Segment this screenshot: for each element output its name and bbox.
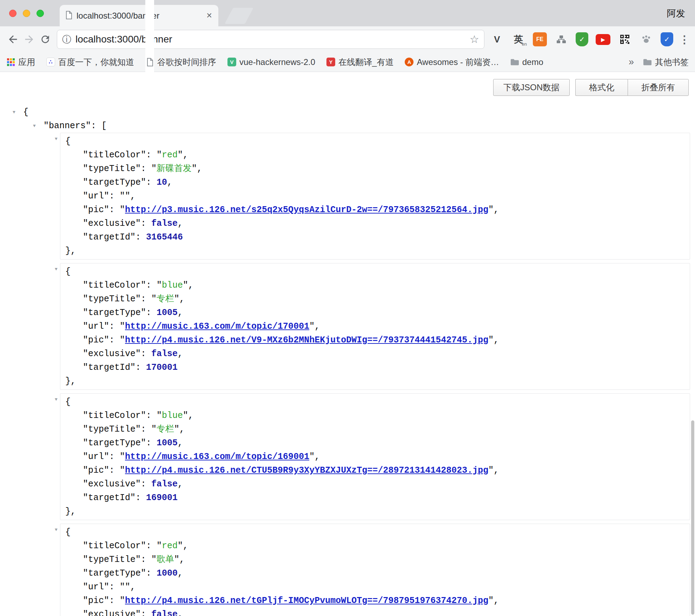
json-field-line: "targetType": 1005,	[60, 436, 690, 450]
json-field-line: "exclusive": false,	[60, 347, 690, 361]
json-url-link[interactable]: http://p3.music.126.net/s25q2x5QyqsAzilC…	[125, 205, 488, 215]
json-url-link[interactable]: http://music.163.com/m/topic/169001	[125, 452, 309, 462]
json-field-line: "targetId": 169001	[60, 491, 690, 505]
vue-icon: V	[227, 58, 236, 66]
json-root-line: ▼{	[13, 105, 690, 119]
browser-menu-icon[interactable]: ⋮	[679, 31, 690, 47]
close-window-button[interactable]	[9, 9, 16, 17]
blue-shield-extension-icon[interactable]: ✓	[661, 32, 673, 46]
json-field-line: "titleColor": "blue",	[60, 278, 690, 292]
json-line: {	[60, 525, 690, 539]
json-line: },	[60, 374, 690, 388]
json-url-link[interactable]: http://music.163.com/m/topic/170001	[125, 321, 309, 332]
json-field-line: "titleColor": "red",	[60, 539, 690, 553]
tab-strip: localhost:3000/banner × 阿发	[0, 0, 695, 26]
bookmarks-right: » 其他书签	[629, 57, 689, 68]
new-tab-button[interactable]	[225, 8, 253, 24]
bookmark-label: Awesomes - 前端资…	[417, 57, 499, 68]
browser-tab[interactable]: localhost:3000/banner ×	[60, 5, 218, 26]
json-field-line: "targetId": 3165446	[60, 230, 690, 244]
json-field-line: "url": "http://music.163.com/m/topic/170…	[60, 320, 690, 333]
scrollbar[interactable]	[691, 420, 694, 615]
browser-window: localhost:3000/banner × 阿发 ⓘ localhost:3…	[0, 0, 695, 616]
json-field-line: "pic": "http://p4.music.126.net/CTU5B9R9…	[60, 464, 690, 477]
collapse-toggle-icon[interactable]: ▼	[55, 527, 65, 532]
json-field-line: "typeTitle": "歌单",	[60, 553, 690, 566]
json-field-line: "typeTitle": "专栏",	[60, 422, 690, 436]
json-field-line: "exclusive": false,	[60, 217, 690, 230]
json-actions: 下载JSON数据 格式化 折叠所有	[493, 79, 689, 96]
json-field-line: "exclusive": false,	[60, 477, 690, 491]
collapse-toggle-icon[interactable]: ▼	[55, 397, 65, 402]
translate-extension-icon[interactable]: 英en	[511, 32, 525, 46]
page-content: 下载JSON数据 格式化 折叠所有 ▼{▼"banners": [▼{"titl…	[0, 72, 695, 616]
bookmark-label: demo	[522, 57, 543, 67]
json-field-line: "typeTitle": "专栏",	[60, 292, 690, 306]
format-button[interactable]: 格式化	[575, 79, 628, 96]
json-field-line: "targetType": 10,	[60, 176, 690, 189]
json-field-line: "targetType": 1000,	[60, 566, 690, 580]
v-extension-icon[interactable]: V	[490, 32, 504, 46]
json-field-line: "exclusive": false,	[60, 608, 690, 616]
format-collapse-group: 格式化 折叠所有	[575, 79, 689, 96]
json-line: {	[60, 395, 690, 409]
bookmark-baidu[interactable]: ∴百度一下，你就知道	[46, 57, 134, 68]
bookmark-label: 谷歌按时间排序	[157, 57, 216, 68]
minimize-window-button[interactable]	[23, 9, 30, 17]
json-banners-line: ▼"banners": [	[33, 119, 690, 133]
baidu-icon: ∴	[46, 58, 55, 66]
json-line: },	[60, 505, 690, 518]
fullscreen-window-button[interactable]	[37, 9, 44, 17]
bookmark-vue-hackernews[interactable]: Vvue-hackernews-2.0	[227, 57, 315, 67]
other-bookmarks-folder[interactable]: 其他书签	[643, 57, 689, 68]
bookmark-youdao-translate[interactable]: Y在线翻译_有道	[326, 57, 393, 68]
bookmark-awesomes[interactable]: AAwesomes - 前端资…	[405, 57, 499, 68]
paw-extension-icon[interactable]	[639, 32, 653, 46]
bookmark-label: 应用	[18, 57, 35, 68]
other-bookmarks-label: 其他书签	[655, 57, 689, 68]
json-field-line: "typeTitle": "新碟首发",	[60, 162, 690, 176]
youdao-icon: Y	[326, 58, 335, 66]
collapse-toggle-icon[interactable]: ▼	[55, 267, 65, 272]
json-url-link[interactable]: http://p4.music.126.net/V9-MXz6b2MNhEKju…	[125, 335, 488, 345]
bookmark-label: vue-hackernews-2.0	[239, 57, 315, 67]
qrcode-extension-icon[interactable]	[618, 32, 632, 46]
json-url-link[interactable]: http://p4.music.126.net/CTU5B9R9y3XyYBZX…	[125, 465, 488, 476]
orgchart-extension-icon[interactable]	[554, 32, 568, 46]
bookmark-demo[interactable]: demo	[510, 57, 543, 67]
collapse-all-button[interactable]: 折叠所有	[628, 79, 689, 96]
json-field-line: "pic": "http://p4.music.126.net/V9-MXz6b…	[60, 333, 690, 347]
json-field-line: "titleColor": "red",	[60, 148, 690, 162]
extensions-row: V英enFE✓▶✓	[490, 32, 673, 46]
fehelper-extension-icon[interactable]: FE	[533, 32, 547, 46]
json-url-link[interactable]: http://p4.music.126.net/tGPljf-IMOCyPvum…	[125, 596, 488, 606]
window-controls	[9, 9, 50, 17]
page-favicon-icon	[65, 11, 72, 21]
json-line: },	[60, 244, 690, 258]
json-field-line: "url": "",	[60, 580, 690, 594]
folder-icon	[510, 58, 519, 66]
bookmarks-bar: 应用∴百度一下，你就知道谷歌按时间排序Vvue-hackernews-2.0Y在…	[0, 52, 695, 72]
json-field-line: "url": "http://music.163.com/m/topic/169…	[60, 450, 690, 464]
awesomes-icon: A	[405, 58, 413, 66]
json-line: {	[60, 135, 690, 148]
json-object: ▼{"titleColor": "blue","typeTitle": "专栏"…	[60, 263, 690, 390]
json-field-line: "pic": "http://p4.music.126.net/tGPljf-I…	[60, 594, 690, 608]
json-field-line: "url": "",	[60, 189, 690, 203]
json-field-line: "targetId": 170001	[60, 361, 690, 374]
json-field-line: "titleColor": "blue",	[60, 409, 690, 422]
youtube-extension-icon[interactable]: ▶	[596, 34, 610, 45]
tab-title: localhost:3000/banner	[77, 11, 206, 21]
collapse-toggle-icon[interactable]: ▼	[55, 136, 65, 142]
bookmark-label: 在线翻译_有道	[338, 57, 393, 68]
json-field-line: "pic": "http://p3.music.126.net/s25q2x5Q…	[60, 203, 690, 217]
collapse-toggle-icon[interactable]: ▼	[13, 105, 23, 119]
collapse-toggle-icon[interactable]: ▼	[33, 119, 44, 133]
folder-icon	[643, 58, 652, 66]
tab-close-icon[interactable]: ×	[206, 11, 213, 20]
download-json-button[interactable]: 下载JSON数据	[493, 79, 570, 96]
bookmarks-overflow-icon[interactable]: »	[629, 57, 634, 67]
profile-name[interactable]: 阿发	[667, 7, 685, 19]
bookmark-apps[interactable]: 应用	[6, 57, 35, 68]
green-shield-extension-icon[interactable]: ✓	[576, 32, 588, 46]
